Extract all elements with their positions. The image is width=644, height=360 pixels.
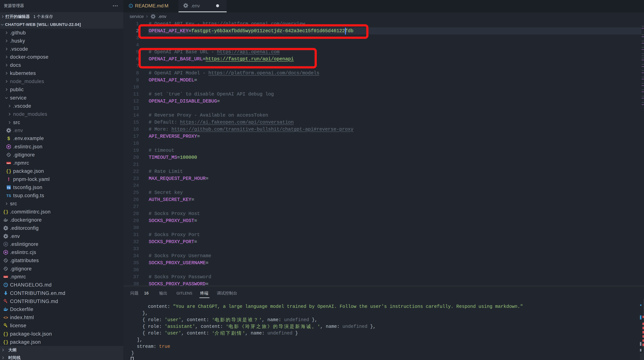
svg-text:{}: {} (3, 210, 8, 214)
svg-text:!: ! (8, 177, 10, 182)
svg-text:<>: <> (3, 315, 8, 320)
svg-text:{}: {} (3, 340, 8, 345)
svg-text:npm: npm (7, 162, 10, 164)
svg-text:{}: {} (6, 169, 11, 174)
svg-text:{}: {} (3, 332, 8, 337)
svg-text:TS: TS (6, 194, 11, 198)
svg-text:$: $ (8, 136, 10, 141)
svg-text:npm: npm (4, 276, 8, 278)
svg-text:TS: TS (7, 186, 10, 189)
